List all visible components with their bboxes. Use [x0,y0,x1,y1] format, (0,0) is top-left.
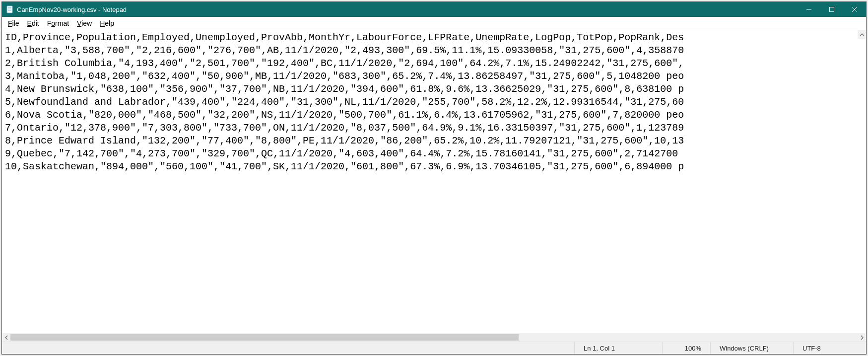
status-encoding: UTF-8 [794,342,866,354]
status-zoom: 100% [663,342,711,354]
horizontal-scrollbar[interactable] [2,333,866,342]
maximize-button[interactable] [820,2,843,17]
menu-view[interactable]: View [73,19,96,28]
notepad-window: CanEmpNov20-working.csv - Notepad File E… [1,1,867,355]
menu-file[interactable]: File [4,19,23,28]
menu-edit[interactable]: Edit [23,19,43,28]
minimize-button[interactable] [798,2,820,17]
scroll-left-button[interactable] [2,333,10,342]
window-controls [798,2,866,17]
status-line-endings: Windows (CRLF) [711,342,794,354]
status-bar: Ln 1, Col 1 100% Windows (CRLF) UTF-8 [2,342,866,354]
svg-rect-0 [7,6,12,13]
scrollbar-thumb[interactable] [10,334,519,341]
status-caret-position: Ln 1, Col 1 [575,342,663,354]
notepad-app-icon [6,5,14,13]
title-bar: CanEmpNov20-working.csv - Notepad [2,2,866,17]
close-button[interactable] [843,2,866,17]
window-title: CanEmpNov20-working.csv - Notepad [17,6,798,13]
text-editor[interactable]: ID,Province,Population,Employed,Unemploy… [2,30,866,333]
svg-rect-4 [830,7,834,12]
menu-bar: File Edit Format View Help [2,17,866,30]
editor-area: ID,Province,Population,Employed,Unemploy… [2,30,866,342]
status-spacer [2,342,575,354]
scroll-up-button[interactable] [858,30,866,39]
menu-help[interactable]: Help [96,19,118,28]
menu-format[interactable]: Format [43,19,73,28]
scroll-right-button[interactable] [858,333,866,342]
scrollbar-track[interactable] [10,333,858,342]
text-content[interactable]: ID,Province,Population,Employed,Unemploy… [5,31,864,173]
